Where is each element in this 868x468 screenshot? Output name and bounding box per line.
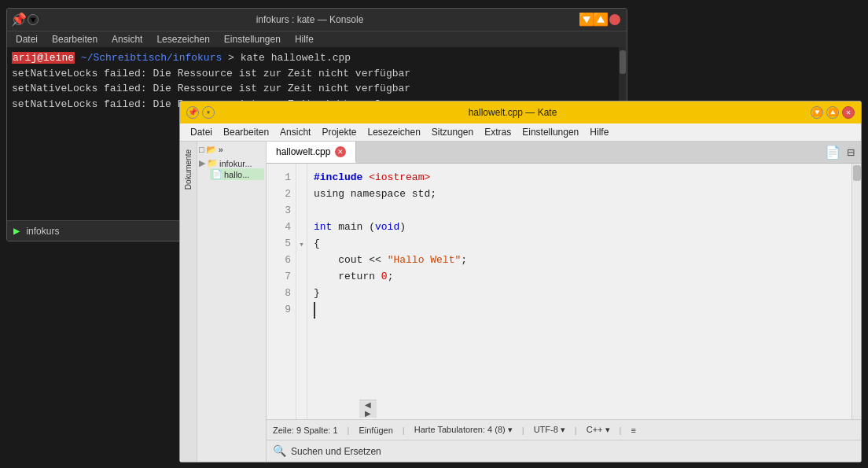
file-name: hallo... (224, 170, 249, 179)
code-void-keyword: void (375, 219, 399, 236)
kate-editor-scrollbar[interactable] (851, 164, 861, 419)
terminal-menu-einstellungen[interactable]: Einstellungen (222, 33, 283, 46)
kate-statusbar-sep2: | (403, 426, 405, 435)
kate-chevron-up[interactable]: 🔼 (826, 106, 839, 119)
kate-open-file-icon[interactable]: 📂 (206, 145, 217, 155)
kate-tab-close-button[interactable]: ✕ (335, 146, 346, 157)
kate-new-file-icon[interactable]: □ (199, 145, 204, 155)
terminal-menu-ansicht[interactable]: Ansicht (109, 33, 145, 46)
code-header-name: <iostream> (369, 170, 430, 186)
kate-editor[interactable]: 1 2 3 4 5 6 7 8 9 ▾ (267, 164, 861, 419)
kate-options-icon[interactable]: ≡ (631, 426, 635, 435)
fold-9 (296, 302, 307, 319)
code-main-close: ) (399, 219, 406, 236)
kate-menu-extras[interactable]: Extras (480, 125, 515, 139)
findbar-label: Suchen und Ersetzen (291, 446, 381, 457)
code-using-namespace: using namespace std; (314, 186, 436, 203)
kate-menu-projekte[interactable]: Projekte (318, 125, 360, 139)
code-return: return (314, 269, 381, 286)
kate-statusbar-sep4: | (575, 426, 577, 435)
kate-menu-bearbeiten[interactable]: Bearbeiten (219, 125, 273, 139)
kate-chevron-down[interactable]: 🔽 (811, 106, 823, 119)
code-zero-literal: 0 (381, 269, 388, 286)
code-line-7: return 0; (314, 269, 851, 286)
kate-menu-datei[interactable]: Datei (186, 125, 216, 139)
terminal-menu-bearbeiten[interactable]: Bearbeiten (50, 33, 100, 46)
code-open-brace: { (314, 236, 320, 252)
kate-titlebar: 📌 ▾ hallowelt.cpp — Kate 🔽 🔼 ✕ (180, 101, 861, 123)
terminal-scrollbar-thumb[interactable] (620, 50, 626, 74)
line-num-7: 7 (267, 269, 296, 286)
kate-menu-ansicht[interactable]: Ansicht (276, 125, 314, 139)
kate-statusbar: Zeile: 9 Spalte: 1 | Einfügen | Harte Ta… (267, 419, 861, 440)
kate-encoding-text: UTF-8 (534, 425, 558, 434)
fold-5[interactable]: ▾ (296, 236, 307, 252)
code-line-4: int main ( void ) (314, 219, 851, 236)
code-string-literal: "Hallo Welt" (388, 252, 462, 269)
terminal-window-close-controls: 🔽 🔼 (581, 14, 620, 25)
line-num-5: 5 (267, 236, 296, 252)
kate-tabbar: hallowelt.cpp ✕ 📄 ⊟ (267, 142, 861, 164)
kate-sidebar-tab-label: Dokumente (182, 145, 194, 194)
kate-window-controls: 📌 ▾ (186, 106, 215, 119)
terminal-minimize-button[interactable]: ▾ (28, 14, 39, 25)
fold-7 (296, 269, 307, 286)
kate-language[interactable]: C++ ▾ (587, 425, 610, 435)
terminal-pin-button[interactable]: 📌 (13, 14, 24, 25)
folder-triangle-icon: ▶ (199, 158, 205, 168)
kate-menu-hilfe[interactable]: Hilfe (586, 125, 612, 139)
kate-statusbar-sep3: | (522, 426, 524, 435)
fold-1 (296, 170, 307, 186)
terminal-user: arij@leine (12, 52, 75, 64)
kate-menu-lesezeichen[interactable]: Lesezeichen (363, 125, 424, 139)
line-num-9: 9 (267, 302, 296, 319)
fold-2 (296, 186, 307, 203)
kate-menu-sitzungen[interactable]: Sitzungen (428, 125, 477, 139)
terminal-chevron-down[interactable]: 🔽 (581, 14, 592, 25)
terminal-play-icon[interactable]: ▶ (13, 224, 20, 238)
kate-split-view-icon[interactable]: ⊟ (845, 145, 856, 160)
fold-6 (296, 252, 307, 269)
kate-menubar: Datei Bearbeiten Ansicht Projekte Leseze… (180, 123, 861, 142)
fold-markers: ▾ (296, 164, 307, 419)
kate-insert-mode[interactable]: Einfügen (359, 426, 392, 435)
code-line-5: { (314, 236, 851, 252)
kate-minimize-button[interactable]: ▾ (202, 106, 215, 119)
code-editor-content[interactable]: #include <iostream> using namespace std;… (307, 164, 851, 419)
code-line-8: } (314, 286, 851, 302)
terminal-chevron-up[interactable]: 🔼 (595, 14, 606, 25)
kate-statusbar-sep5: | (620, 426, 622, 435)
kate-close-button[interactable]: ✕ (842, 106, 855, 119)
kate-close-controls: 🔽 🔼 ✕ (811, 106, 855, 119)
code-line-2: using namespace std; (314, 186, 851, 203)
terminal-menu-hilfe[interactable]: Hilfe (292, 33, 316, 46)
kate-new-tab-icon[interactable]: 📄 (823, 145, 842, 160)
terminal-line-2: setNativeLocks failed: Die Ressource ist… (12, 66, 622, 82)
terminal-title: infokurs : kate — Konsole (39, 14, 581, 25)
kate-menu-einstellungen[interactable]: Einstellungen (518, 125, 583, 139)
terminal-status-text: infokurs (26, 226, 59, 237)
kate-tab-setting[interactable]: Harte Tabulatoren: 4 (8) ▾ (414, 425, 513, 435)
kate-scrollbar-thumb[interactable] (853, 165, 861, 181)
code-line-3 (314, 203, 851, 219)
kate-encoding-arrow: ▾ (561, 425, 565, 434)
terminal-menu-lesezeichen[interactable]: Lesezeichen (154, 33, 211, 46)
filetree-folder-item[interactable]: ▶ 📁 infokur... (199, 158, 264, 168)
kate-tab-actions: 📄 ⊟ (818, 142, 861, 163)
filetree-file-item[interactable]: 📄 hallo... (210, 168, 264, 180)
code-cout: cout << (314, 252, 388, 269)
terminal-menu-datei[interactable]: Datei (13, 33, 40, 46)
kate-tab-setting-arrow: ▾ (508, 425, 513, 434)
kate-pin-button[interactable]: 📌 (186, 106, 199, 119)
kate-tab-hallowelt[interactable]: hallowelt.cpp ✕ (267, 142, 356, 163)
kate-findbar: 🔍 Suchen und Ersetzen (267, 440, 861, 462)
terminal-close-button[interactable] (609, 14, 620, 25)
kate-encoding[interactable]: UTF-8 ▾ (534, 425, 565, 435)
findbar-search-icon: 🔍 (273, 444, 286, 458)
terminal-titlebar: 📌 ▾ infokurs : kate — Konsole 🔽 🔼 (7, 9, 627, 31)
code-int-keyword: int (314, 219, 332, 236)
code-line-9 (314, 302, 851, 319)
line-num-1: 1 (267, 170, 296, 186)
kate-window: 📌 ▾ hallowelt.cpp — Kate 🔽 🔼 ✕ Datei Bea… (179, 101, 862, 462)
kate-more-icon[interactable]: » (219, 145, 223, 155)
